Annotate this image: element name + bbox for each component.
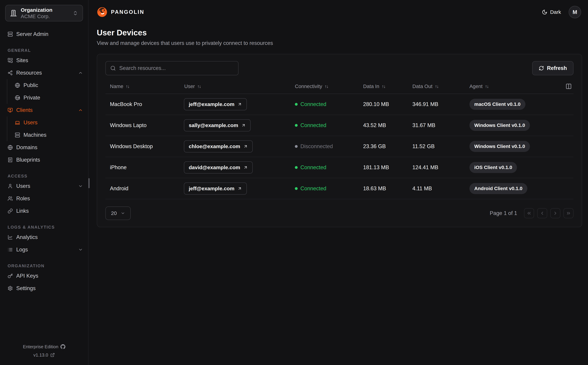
version-link[interactable]: v1.13.0 (33, 352, 55, 358)
arrow-up-right-icon (237, 186, 242, 191)
refresh-icon (539, 66, 544, 71)
table-row: Windows Desktop chloe@example.com Discon… (105, 136, 574, 157)
sort-icon: ↑↓ (485, 84, 488, 89)
users-icon (7, 196, 13, 201)
user-link-button[interactable]: david@example.com (184, 161, 253, 174)
sidebar-item-server-admin[interactable]: Server Admin (0, 28, 88, 40)
data-in-value: 23.36 GB (359, 143, 408, 149)
organization-selector[interactable]: Organization ACME Corp. (5, 5, 83, 21)
column-header-agent[interactable]: Agent ↑↓ (465, 83, 574, 89)
monitor-up-icon (7, 108, 13, 113)
user-link-button[interactable]: sally@example.com (184, 119, 251, 131)
arrow-up-right-icon (243, 144, 248, 149)
sidebar-item-label: Roles (16, 196, 30, 202)
server-icon (15, 133, 20, 138)
sidebar-item-sites[interactable]: Sites (0, 54, 88, 67)
table-row: Android jeff@example.com Connected 18.63… (105, 178, 574, 199)
table-header: Name ↑↓ User ↑↓ Connectivity ↑↓ Data In … (105, 79, 574, 94)
sidebar-item-clients[interactable]: Clients (0, 104, 88, 116)
topbar: PANGOLIN Dark M (88, 0, 588, 24)
scrollbar-thumb[interactable] (88, 178, 90, 188)
github-icon[interactable] (60, 344, 65, 349)
next-page-button[interactable] (550, 208, 560, 218)
combine-icon (7, 58, 13, 63)
search-input[interactable] (119, 65, 234, 71)
sort-icon: ↑↓ (435, 84, 438, 89)
theme-toggle[interactable]: Dark (542, 9, 561, 15)
sidebar-item-roles[interactable]: Roles (0, 192, 88, 205)
sidebar-item-client-users[interactable]: Users (7, 116, 88, 129)
data-out-value: 124.41 MB (408, 164, 465, 171)
brand-name: PANGOLIN (111, 9, 144, 15)
globe-lock-icon (15, 95, 20, 100)
sidebar-item-label: Settings (16, 285, 36, 291)
link-icon (7, 208, 13, 214)
org-value: ACME Corp. (21, 13, 69, 20)
section-title-organization: ORGANIZATION (0, 263, 88, 268)
sidebar-item-users[interactable]: Users (0, 180, 88, 192)
user-link-button[interactable]: jeff@example.com (184, 98, 247, 110)
previous-page-button[interactable] (537, 208, 547, 218)
column-header-data-out[interactable]: Data Out ↑↓ (408, 84, 465, 89)
data-in-value: 43.52 MB (359, 122, 408, 128)
page-size-select[interactable]: 20 (105, 206, 131, 220)
sidebar-item-public[interactable]: Public (7, 79, 88, 91)
sidebar-item-blueprints[interactable]: Blueprints (0, 154, 88, 166)
moon-icon (542, 9, 547, 15)
sidebar-item-label: Domains (16, 144, 37, 151)
user-link-button[interactable]: jeff@example.com (184, 182, 247, 195)
search-icon (110, 65, 116, 71)
agent-badge: iOS Client v0.1.0 (469, 162, 517, 173)
sidebar-item-domains[interactable]: Domains (0, 141, 88, 154)
sidebar-item-label: Resources (16, 70, 42, 76)
chart-line-icon (7, 235, 13, 240)
connectivity-status: Connected (295, 101, 359, 107)
user-link-button[interactable]: chloe@example.com (184, 140, 253, 153)
first-page-button[interactable] (524, 208, 534, 218)
sidebar-item-logs[interactable]: Logs (0, 243, 88, 256)
org-label: Organization (21, 7, 52, 13)
resources-subgroup: Public Private (7, 79, 88, 104)
data-in-value: 181.13 MB (359, 164, 408, 171)
sidebar-item-label: Machines (23, 132, 46, 138)
status-dot (295, 145, 298, 148)
sidebar-item-private[interactable]: Private (7, 91, 88, 104)
sidebar-item-resources[interactable]: Resources (0, 67, 88, 79)
chevron-up-icon (78, 108, 83, 112)
globe-icon (15, 83, 20, 88)
data-out-value: 31.67 MB (408, 122, 465, 128)
status-dot (295, 103, 298, 106)
column-header-connectivity[interactable]: Connectivity ↑↓ (290, 84, 359, 89)
sidebar-item-analytics[interactable]: Analytics (0, 231, 88, 243)
connectivity-status: Disconnected (295, 143, 359, 149)
table-row: MacBook Pro jeff@example.com Connected 2… (105, 94, 574, 115)
sidebar-item-machines[interactable]: Machines (7, 129, 88, 141)
page-size-value: 20 (111, 210, 117, 216)
last-page-button[interactable] (563, 208, 574, 218)
sidebar-item-settings[interactable]: Settings (0, 282, 88, 295)
sidebar-item-links[interactable]: Links (0, 205, 88, 217)
arrow-up-right-icon (243, 165, 248, 170)
brand[interactable]: PANGOLIN (97, 7, 144, 17)
agent-badge: macOS Client v0.1.0 (469, 99, 525, 110)
column-header-data-in[interactable]: Data In ↑↓ (359, 84, 408, 89)
search-box (105, 61, 238, 75)
sidebar-item-label: Private (23, 95, 40, 101)
status-dot (295, 124, 298, 127)
devices-card: Refresh Name ↑↓ User ↑↓ Connectivity ↑↓ … (97, 54, 582, 227)
sidebar-item-label: Users (16, 183, 30, 189)
column-header-user[interactable]: User ↑↓ (180, 84, 290, 89)
server-icon (7, 32, 13, 37)
connectivity-status: Connected (295, 164, 359, 171)
section-title-general: GENERAL (0, 48, 88, 53)
laptop-icon (15, 120, 20, 125)
columns-toggle-icon[interactable] (566, 83, 572, 89)
refresh-button[interactable]: Refresh (532, 61, 574, 75)
column-header-name[interactable]: Name ↑↓ (105, 84, 180, 89)
data-out-value: 346.91 MB (408, 101, 465, 107)
sidebar-item-api-keys[interactable]: API Keys (0, 270, 88, 282)
key-icon (7, 273, 13, 279)
avatar[interactable]: M (569, 6, 581, 18)
building-icon (10, 10, 17, 17)
share-nodes-icon (7, 70, 13, 76)
